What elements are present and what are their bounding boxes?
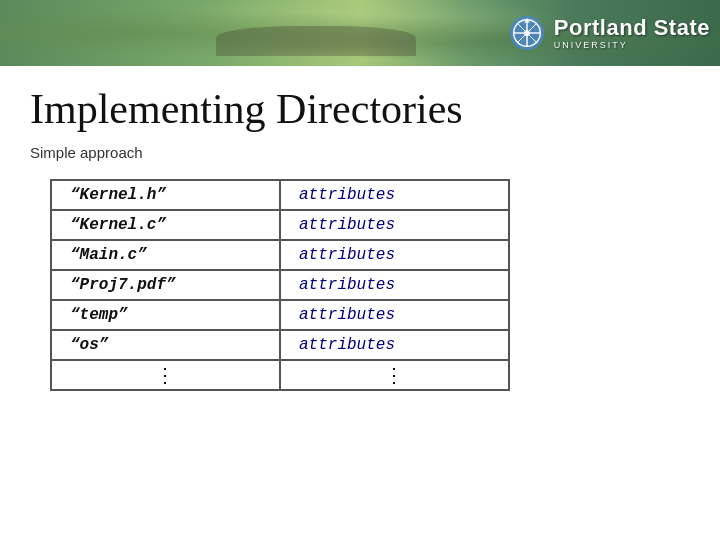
header-banner: Portland State UNIVERSITY — [0, 0, 720, 66]
attributes-cell: attributes — [280, 210, 509, 240]
page-title: Implementing Directories — [30, 86, 690, 132]
dots-row: ⋮⋮ — [51, 360, 509, 390]
attributes-cell: attributes — [280, 240, 509, 270]
psu-logo-icon — [508, 14, 546, 52]
attributes-cell: attributes — [280, 180, 509, 210]
psu-logo-area: Portland State UNIVERSITY — [508, 14, 710, 52]
filename-cell: “temp” — [51, 300, 280, 330]
main-content: Implementing Directories Simple approach… — [0, 66, 720, 411]
filename-cell: “Main.c” — [51, 240, 280, 270]
university-name: Portland State — [554, 16, 710, 40]
attributes-cell: attributes — [280, 330, 509, 360]
psu-text-block: Portland State UNIVERSITY — [554, 16, 710, 50]
attributes-cell: attributes — [280, 300, 509, 330]
table-row: “Kernel.h”attributes — [51, 180, 509, 210]
dots-cell-right: ⋮ — [280, 360, 509, 390]
table-row: “Proj7.pdf”attributes — [51, 270, 509, 300]
university-sub: UNIVERSITY — [554, 40, 710, 50]
table-row: “Kernel.c”attributes — [51, 210, 509, 240]
table-row: “Main.c”attributes — [51, 240, 509, 270]
attributes-cell: attributes — [280, 270, 509, 300]
table-row: “os”attributes — [51, 330, 509, 360]
table-row: “temp”attributes — [51, 300, 509, 330]
svg-point-6 — [524, 30, 530, 36]
page-subtitle: Simple approach — [30, 144, 690, 161]
filename-cell: “os” — [51, 330, 280, 360]
filename-cell: “Kernel.h” — [51, 180, 280, 210]
filename-cell: “Kernel.c” — [51, 210, 280, 240]
directory-table: “Kernel.h”attributes“Kernel.c”attributes… — [50, 179, 510, 391]
dots-cell-left: ⋮ — [51, 360, 280, 390]
filename-cell: “Proj7.pdf” — [51, 270, 280, 300]
